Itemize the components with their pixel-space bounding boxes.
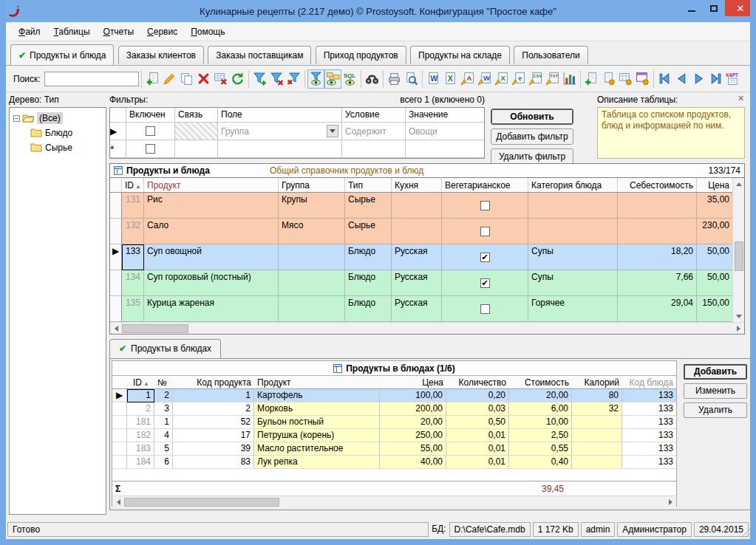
scroll-right-icon[interactable]: [664, 496, 676, 508]
refresh-button[interactable]: [229, 69, 246, 89]
menu-reports[interactable]: Отчеты: [97, 24, 141, 40]
delete-record-button[interactable]: [195, 69, 212, 89]
filter-clear-button[interactable]: [285, 69, 302, 89]
detail-row[interactable]: 183 5 39 Масло растительное 55,00 0,01 0…: [112, 442, 676, 456]
tab-supplier-orders[interactable]: Заказы поставщикам: [208, 46, 311, 64]
scrollbar-thumb[interactable]: [122, 324, 188, 333]
filter-field-combobox[interactable]: Группа: [221, 125, 338, 137]
tree-node-dish[interactable]: Блюдо: [11, 126, 104, 140]
col-price[interactable]: Цена: [380, 376, 446, 388]
open-word-button[interactable]: W: [476, 69, 493, 89]
vegetarian-checkbox[interactable]: [480, 201, 490, 210]
remove-filter-button[interactable]: Удалить фильтр: [491, 148, 573, 165]
selected-table-row[interactable]: ▶ 133 Суп овощной Блюдо Русская Супы 18,…: [110, 244, 732, 270]
tree-node-all[interactable]: − (Все): [11, 111, 104, 126]
find-button[interactable]: [364, 69, 381, 89]
card-view-button[interactable]: КАРТ: [724, 69, 741, 89]
export-excel-button[interactable]: X: [442, 69, 459, 89]
open-pdf-button[interactable]: A: [459, 69, 476, 89]
col-dish-code[interactable]: Код блюда: [622, 376, 676, 388]
filter-value-cell[interactable]: Овощи: [406, 123, 484, 140]
nav-last-button[interactable]: [707, 69, 724, 89]
vegetarian-checkbox[interactable]: [480, 278, 490, 288]
tab-client-orders[interactable]: Заказы клиентов: [118, 46, 204, 64]
col-id[interactable]: ID▲: [127, 376, 154, 388]
col-product[interactable]: Продукт: [254, 376, 380, 388]
edit-record-button[interactable]: [161, 69, 178, 89]
chart-button[interactable]: [561, 69, 578, 89]
filter-condition-cell[interactable]: Содержит: [342, 123, 406, 140]
tab-users[interactable]: Пользователи: [514, 46, 588, 64]
table-row[interactable]: 134 Суп гороховый (постный) Блюдо Русска…: [110, 270, 732, 296]
horizontal-scrollbar[interactable]: [110, 322, 744, 334]
col-product[interactable]: Продукт: [144, 178, 279, 192]
export-txt-button[interactable]: TXT: [544, 69, 561, 89]
scroll-down-icon[interactable]: [733, 310, 745, 322]
close-button[interactable]: ✕: [725, 0, 756, 16]
col-quantity[interactable]: Количество: [446, 376, 509, 388]
add-button[interactable]: Добавить: [684, 364, 747, 380]
delete-table-rows-button[interactable]: [212, 69, 229, 89]
table-row[interactable]: 135 Курица жареная Блюдо Русская Горячее…: [110, 296, 732, 322]
copy-record-button[interactable]: [178, 69, 195, 89]
delete-button[interactable]: Удалить: [684, 402, 747, 418]
add-child-record-button[interactable]: [583, 69, 600, 89]
tab-products-dishes[interactable]: ✔Продукты и блюда: [10, 44, 114, 65]
tree-node-raw[interactable]: Сырье: [11, 140, 104, 155]
scrollbar-thumb[interactable]: [735, 241, 743, 271]
col-category[interactable]: Категория блюда: [528, 178, 618, 192]
combo-dropdown-icon[interactable]: [327, 125, 338, 137]
menu-file[interactable]: Файл: [12, 24, 47, 40]
detail-row[interactable]: 181 1 52 Бульон постный 20,00 0,50 10,00…: [112, 416, 676, 429]
detail-row[interactable]: 184 6 83 Лук репка 40,00 0,01 0,40 133: [112, 456, 676, 469]
scroll-right-icon[interactable]: [732, 323, 744, 335]
col-price[interactable]: Цена: [697, 178, 732, 192]
col-cost[interactable]: Себестоимость: [618, 178, 697, 192]
tab-products-stock[interactable]: Продукты на складе: [410, 46, 510, 64]
tab-product-arrival[interactable]: Приход продуктов: [316, 46, 406, 64]
maximize-button[interactable]: [703, 0, 725, 16]
add-record-button[interactable]: [144, 69, 161, 89]
horizontal-scrollbar[interactable]: [112, 496, 676, 507]
print-preview-button[interactable]: [403, 69, 420, 89]
vegetarian-checkbox[interactable]: [480, 227, 490, 236]
print-button[interactable]: [386, 69, 403, 89]
edit-button[interactable]: Изменить: [684, 383, 747, 399]
col-group[interactable]: Группа: [279, 178, 345, 192]
vegetarian-checkbox[interactable]: [480, 253, 490, 262]
col-type[interactable]: Тип: [345, 178, 392, 192]
scrollbar-thumb[interactable]: [124, 498, 279, 507]
refresh-table-button[interactable]: Обновить: [491, 109, 573, 125]
menu-service[interactable]: Сервис: [140, 24, 184, 40]
nav-next-button[interactable]: [690, 69, 707, 89]
nav-first-button[interactable]: [656, 69, 673, 89]
table-row[interactable]: 132 Сало Мясо Сырье 230,00: [110, 219, 732, 244]
filter-add-button[interactable]: [251, 69, 268, 89]
open-excel-button[interactable]: X: [493, 69, 510, 89]
selected-detail-row[interactable]: ▶ 1 2 1 Картофель 100,00 0,20 20,00 80 1…: [112, 389, 676, 402]
filter-row[interactable]: ▶ Группа Содержит Овощи: [110, 123, 484, 140]
menu-tables[interactable]: Таблицы: [47, 24, 97, 40]
detail-row[interactable]: 182 4 17 Петрушка (корень) 250,00 0,01 2…: [112, 429, 676, 442]
vegetarian-checkbox[interactable]: [480, 304, 490, 314]
form-settings-button[interactable]: [634, 69, 651, 89]
new-filter-enabled-checkbox[interactable]: [146, 144, 155, 154]
scroll-up-icon[interactable]: [733, 178, 745, 190]
col-id[interactable]: ID▲: [122, 178, 144, 192]
table-row[interactable]: 131 Рис Крупы Сырье 35,00: [110, 193, 732, 219]
menu-help[interactable]: Помощь: [184, 24, 231, 40]
export-word-button[interactable]: W: [425, 69, 442, 89]
subtab-products-in-dishes[interactable]: ✔Продукты в блюдах: [109, 339, 221, 358]
scroll-left-icon[interactable]: [112, 496, 124, 508]
focused-cell[interactable]: 133: [122, 244, 144, 270]
filter-delete-button[interactable]: [268, 69, 285, 89]
record-settings-button[interactable]: [600, 69, 617, 89]
vertical-scrollbar[interactable]: [732, 178, 744, 322]
col-cost[interactable]: Стоимость: [509, 376, 572, 388]
search-input[interactable]: [44, 72, 139, 86]
filter-enabled-checkbox[interactable]: [146, 126, 155, 136]
tree-panel-toggle-button[interactable]: [324, 69, 341, 89]
add-filter-button[interactable]: Добавить фильтр: [491, 128, 573, 145]
focused-cell[interactable]: 1: [127, 389, 154, 402]
scroll-left-icon[interactable]: [110, 323, 122, 335]
